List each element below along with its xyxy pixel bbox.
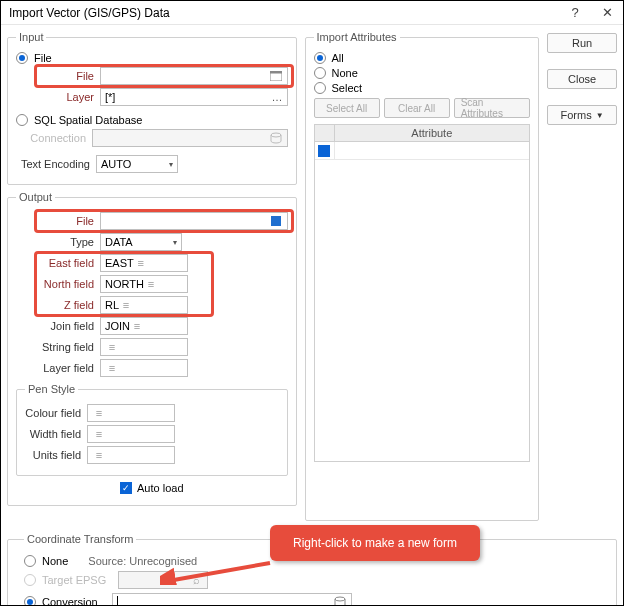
input-file-field[interactable] <box>100 67 288 85</box>
svg-rect-3 <box>271 216 281 226</box>
run-button[interactable]: Run <box>547 33 617 53</box>
input-file-option[interactable]: File <box>34 52 52 64</box>
attr-none-label[interactable]: None <box>332 67 358 79</box>
db-icon <box>269 131 283 145</box>
close-button[interactable]: Close <box>547 69 617 89</box>
clear-all-button: Clear All <box>384 98 450 118</box>
east-label: East field <box>38 257 100 269</box>
select-all-button: Select All <box>314 98 380 118</box>
colour-chip-icon[interactable] <box>269 214 283 228</box>
width-field[interactable]: ≡ <box>87 425 175 443</box>
input-group: Input File File <box>7 31 297 185</box>
encoding-label: Text Encoding <box>16 158 96 170</box>
window-title: Import Vector (GIS/GPS) Data <box>9 6 551 20</box>
more-icon[interactable]: … <box>272 91 283 103</box>
coord-none-label[interactable]: None <box>42 555 68 567</box>
north-label: North field <box>38 278 100 290</box>
annotation-arrow <box>160 555 280 585</box>
attr-select-label[interactable]: Select <box>332 82 363 94</box>
coord-target-label: Target EPSG <box>42 574 106 586</box>
colour-field[interactable]: ≡ <box>87 404 175 422</box>
grip-icon[interactable]: ≡ <box>92 407 106 419</box>
units-label: Units field <box>25 449 87 461</box>
input-file-radio[interactable] <box>16 52 28 64</box>
string-label: String field <box>38 341 100 353</box>
grip-icon[interactable]: ≡ <box>92 428 106 440</box>
input-layer-field[interactable]: [*] … <box>100 88 288 106</box>
help-icon[interactable]: ? <box>567 5 583 20</box>
scan-button: Scan Attributes <box>454 98 530 118</box>
z-field[interactable]: RL≡ <box>100 296 188 314</box>
output-file-label: File <box>38 215 100 227</box>
autoload-label[interactable]: Auto load <box>137 482 183 494</box>
grip-icon[interactable]: ≡ <box>105 341 119 353</box>
db-icon[interactable] <box>333 595 347 606</box>
output-type-label: Type <box>38 236 100 248</box>
input-file-label: File <box>38 70 100 82</box>
layerfield-field[interactable]: ≡ <box>100 359 188 377</box>
forms-button[interactable]: Forms▼ <box>547 105 617 125</box>
grip-icon[interactable]: ≡ <box>105 362 119 374</box>
coord-target-radio <box>24 574 36 586</box>
grip-icon[interactable]: ≡ <box>130 320 144 332</box>
row-checkbox[interactable] <box>318 145 330 157</box>
layerfield-label: Layer field <box>38 362 100 374</box>
svg-point-2 <box>271 133 281 137</box>
attribute-header: Attribute <box>314 124 531 142</box>
north-field[interactable]: NORTH≡ <box>100 275 188 293</box>
attr-none-radio[interactable] <box>314 67 326 79</box>
output-file-field[interactable] <box>100 212 288 230</box>
attr-all-label[interactable]: All <box>332 52 344 64</box>
input-sql-option[interactable]: SQL Spatial Database <box>34 114 142 126</box>
autoload-checkbox[interactable]: ✓ <box>120 482 132 494</box>
output-legend: Output <box>16 191 55 203</box>
connection-label: Connection <box>22 132 92 144</box>
chevron-down-icon: ▼ <box>596 111 604 120</box>
input-layer-label: Layer <box>38 91 100 103</box>
attributes-group: Import Attributes All None Select Select… <box>305 31 540 521</box>
connection-field <box>92 129 288 147</box>
close-icon[interactable]: ✕ <box>599 5 615 20</box>
annotation-callout: Right-click to make a new form <box>270 525 480 561</box>
output-group: Output File Type DATA▾ <box>7 191 297 506</box>
coord-conv-label[interactable]: Conversion <box>42 596 98 606</box>
file-browse-icon[interactable] <box>269 69 283 83</box>
coord-conv-radio[interactable] <box>24 596 36 606</box>
coord-legend: Coordinate Transform <box>24 533 136 545</box>
encoding-select[interactable]: AUTO▾ <box>96 155 178 173</box>
svg-rect-1 <box>270 71 282 73</box>
pen-style-group: Pen Style Colour field≡ Width field≡ Uni… <box>16 383 288 476</box>
attr-all-radio[interactable] <box>314 52 326 64</box>
z-label: Z field <box>38 299 100 311</box>
grip-icon[interactable]: ≡ <box>92 449 106 461</box>
svg-rect-0 <box>270 73 282 81</box>
output-type-select[interactable]: DATA▾ <box>100 233 182 251</box>
svg-point-4 <box>335 597 345 601</box>
conversion-field[interactable] <box>112 593 352 606</box>
grip-icon[interactable]: ≡ <box>134 257 148 269</box>
svg-line-5 <box>168 563 270 581</box>
join-label: Join field <box>38 320 100 332</box>
input-sql-radio[interactable] <box>16 114 28 126</box>
east-field[interactable]: EAST≡ <box>100 254 188 272</box>
colour-label: Colour field <box>25 407 87 419</box>
chevron-down-icon: ▾ <box>169 160 173 169</box>
chevron-down-icon: ▾ <box>173 238 177 247</box>
attr-select-radio[interactable] <box>314 82 326 94</box>
table-row[interactable] <box>315 142 530 160</box>
coord-none-radio[interactable] <box>24 555 36 567</box>
input-legend: Input <box>16 31 46 43</box>
string-field[interactable]: ≡ <box>100 338 188 356</box>
pen-style-legend: Pen Style <box>25 383 78 395</box>
units-field[interactable]: ≡ <box>87 446 175 464</box>
grip-icon[interactable]: ≡ <box>144 278 158 290</box>
attributes-legend: Import Attributes <box>314 31 400 43</box>
attribute-list[interactable] <box>314 142 531 462</box>
grip-icon[interactable]: ≡ <box>119 299 133 311</box>
width-label: Width field <box>25 428 87 440</box>
join-field[interactable]: JOIN≡ <box>100 317 188 335</box>
